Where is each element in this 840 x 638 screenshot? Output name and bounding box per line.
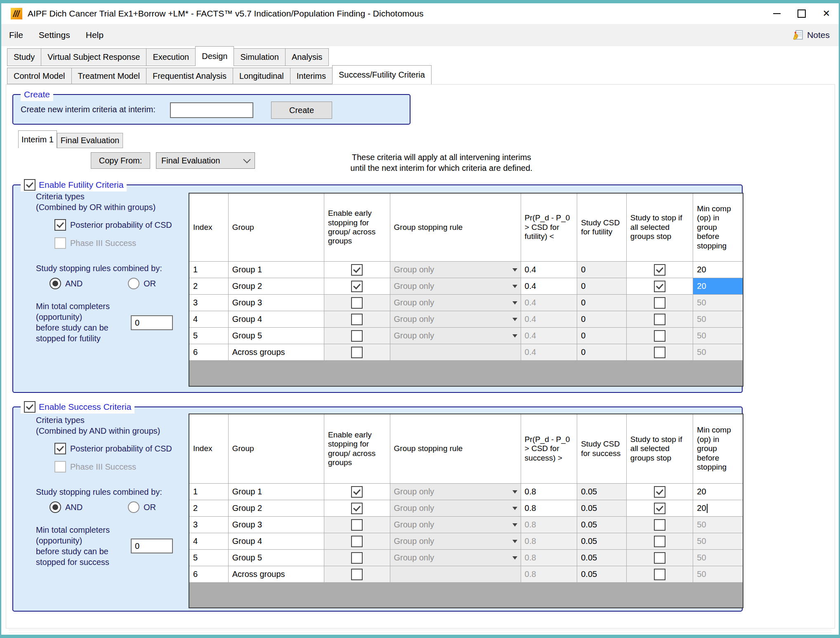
cell-min-comp[interactable]: 50 [693,550,743,566]
group-stopping-rule-dropdown[interactable]: Group only [394,553,517,562]
enable-early-stopping-checkbox[interactable] [351,314,363,325]
tab-design[interactable]: Design [195,46,234,66]
cell-min-comp[interactable]: 50 [693,295,743,311]
cell-min-comp[interactable]: 20 [693,484,743,500]
futility-min-completers-input[interactable]: 0 [131,315,173,330]
cell-pr-csd[interactable]: 0.8 [521,533,578,550]
tab-interim-1[interactable]: Interim 1 [18,130,57,148]
cell-study-csd[interactable]: 0 [577,344,627,361]
menu-help[interactable]: Help [78,24,111,46]
group-stopping-rule-dropdown[interactable]: Group only [394,331,517,340]
study-to-stop-checkbox[interactable] [654,503,665,514]
cell-study-csd[interactable]: 0 [577,262,627,278]
study-to-stop-checkbox[interactable] [654,281,665,292]
cell-study-csd[interactable]: 0.05 [577,500,627,517]
create-interim-input[interactable] [170,102,253,118]
cell-min-comp[interactable]: 20 [693,262,743,278]
study-to-stop-checkbox[interactable] [654,264,665,276]
enable-early-stopping-checkbox[interactable] [351,347,363,358]
minimize-button[interactable] [764,3,789,24]
cell-pr-csd[interactable]: 0.8 [521,500,578,517]
study-to-stop-checkbox[interactable] [654,536,665,547]
menu-settings[interactable]: Settings [31,24,78,46]
cell-study-csd[interactable]: 0 [577,295,627,311]
cell-pr-csd[interactable]: 0.4 [521,344,578,361]
or-radio[interactable] [128,501,139,513]
group-stopping-rule-dropdown[interactable]: Group only [394,487,517,496]
tab-final-evaluation[interactable]: Final Evaluation [57,133,123,148]
success-min-completers-input[interactable]: 0 [131,539,173,553]
enable-futility-checkbox[interactable] [24,179,35,191]
and-radio[interactable] [50,501,61,513]
cell-study-csd[interactable]: 0.05 [577,566,627,583]
tab-longitudinal[interactable]: Longitudinal [233,68,290,84]
tab-success-futility-criteria[interactable]: Success/Futility Criteria [332,65,432,84]
tab-control-model[interactable]: Control Model [7,68,72,84]
cell-min-comp[interactable]: 50 [693,517,743,533]
copy-from-dropdown[interactable]: Final Evaluation [156,152,255,169]
study-to-stop-checkbox[interactable] [654,297,665,309]
cell-min-comp[interactable]: 50 [693,533,743,550]
enable-early-stopping-checkbox[interactable] [351,552,363,564]
cell-pr-csd[interactable]: 0.4 [521,278,578,295]
group-stopping-rule-dropdown[interactable]: Group only [394,314,517,324]
tab-interims[interactable]: Interims [290,68,333,84]
menu-file[interactable]: File [1,24,31,46]
cell-pr-csd[interactable]: 0.8 [521,517,578,533]
enable-early-stopping-checkbox[interactable] [351,536,363,547]
cell-pr-csd[interactable]: 0.8 [521,484,578,500]
study-to-stop-checkbox[interactable] [654,347,665,358]
tab-simulation[interactable]: Simulation [234,48,285,66]
group-stopping-rule-dropdown[interactable]: Group only [394,265,517,274]
cell-pr-csd[interactable]: 0.8 [521,566,578,583]
enable-early-stopping-checkbox[interactable] [351,281,363,292]
cell-study-csd[interactable]: 0.05 [577,533,627,550]
posterior-probability-checkbox[interactable] [54,219,66,231]
cell-min-comp[interactable]: 20 [693,500,743,517]
enable-early-stopping-checkbox[interactable] [351,330,363,342]
group-stopping-rule-dropdown[interactable]: Group only [394,520,517,529]
enable-early-stopping-checkbox[interactable] [351,503,363,514]
study-to-stop-checkbox[interactable] [654,486,665,498]
study-to-stop-checkbox[interactable] [654,519,665,531]
close-button[interactable] [814,3,839,24]
and-radio[interactable] [50,278,61,289]
cell-study-csd[interactable]: 0.05 [577,484,627,500]
enable-early-stopping-checkbox[interactable] [351,297,363,309]
group-stopping-rule-dropdown[interactable]: Group only [394,536,517,546]
tab-virtual-subject-response[interactable]: Virtual Subject Response [41,48,146,66]
or-radio[interactable] [128,278,139,289]
cell-pr-csd[interactable]: 0.4 [521,328,578,344]
cell-pr-csd[interactable]: 0.4 [521,295,578,311]
group-stopping-rule-dropdown[interactable]: Group only [394,503,517,513]
cell-study-csd[interactable]: 0 [577,278,627,295]
cell-min-comp[interactable]: 20 [693,278,743,295]
enable-early-stopping-checkbox[interactable] [351,486,363,498]
enable-early-stopping-checkbox[interactable] [351,264,363,276]
group-stopping-rule-dropdown[interactable]: Group only [394,281,517,291]
tab-execution[interactable]: Execution [146,48,196,66]
tab-analysis[interactable]: Analysis [285,48,329,66]
tab-study[interactable]: Study [7,48,41,66]
study-to-stop-checkbox[interactable] [654,552,665,564]
cell-study-csd[interactable]: 0 [577,328,627,344]
cell-min-comp[interactable]: 50 [693,311,743,328]
enable-early-stopping-checkbox[interactable] [351,569,363,580]
cell-min-comp[interactable]: 50 [693,344,743,361]
notes-button[interactable]: Notes [792,29,830,41]
enable-early-stopping-checkbox[interactable] [351,519,363,531]
cell-study-csd[interactable]: 0.05 [577,550,627,566]
cell-min-comp[interactable]: 50 [693,328,743,344]
cell-pr-csd[interactable]: 0.4 [521,311,578,328]
cell-study-csd[interactable]: 0 [577,311,627,328]
create-button[interactable]: Create [271,102,332,119]
study-to-stop-checkbox[interactable] [654,569,665,580]
copy-from-button[interactable]: Copy From: [91,152,150,169]
cell-pr-csd[interactable]: 0.4 [521,262,578,278]
study-to-stop-checkbox[interactable] [654,314,665,325]
enable-success-checkbox[interactable] [24,401,35,413]
cell-min-comp[interactable]: 50 [693,566,743,583]
cell-pr-csd[interactable]: 0.8 [521,550,578,566]
maximize-button[interactable] [789,3,814,24]
cell-study-csd[interactable]: 0.05 [577,517,627,533]
